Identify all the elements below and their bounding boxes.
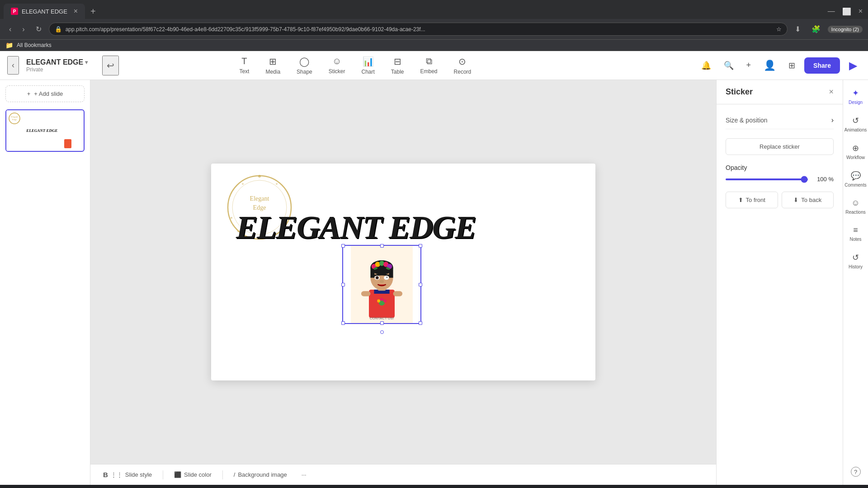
side-icon-notes[interactable]: ≡ Notes	[844, 221, 868, 246]
to-front-button[interactable]: ⬆ To front	[726, 192, 778, 208]
add-slide-icon: +	[27, 90, 31, 97]
history-icon: ↺	[852, 253, 859, 263]
to-back-button[interactable]: ⬇ To back	[782, 192, 834, 208]
handle-bottom-left[interactable]	[341, 321, 345, 325]
handle-bottom-center[interactable]	[380, 321, 384, 325]
minimize-button[interactable]: —	[826, 5, 837, 17]
media-tool-label: Media	[265, 69, 280, 75]
background-image-button[interactable]: / Background image	[230, 469, 291, 480]
new-tab-button[interactable]: +	[87, 5, 99, 19]
back-nav-button[interactable]: ‹	[5, 23, 15, 35]
comments-label: Comments	[844, 183, 866, 188]
side-icon-design[interactable]: ✦ Design	[844, 84, 868, 109]
bottom-sep-1	[163, 470, 163, 479]
slide-color-icon: ⬛	[174, 471, 181, 478]
replace-sticker-button[interactable]: Replace sticker	[726, 138, 834, 155]
tool-shape[interactable]: ◯ Shape	[289, 52, 320, 79]
shape-tool-icon: ◯	[299, 56, 309, 67]
download-icon[interactable]: ⬇	[791, 23, 804, 35]
tool-embed[interactable]: ⧉ Embed	[413, 52, 445, 79]
layer-section: ⬆ To front ⬇ To back	[726, 192, 834, 208]
tool-record[interactable]: ⊙ Record	[447, 52, 479, 79]
tool-chart[interactable]: 📊 Chart	[354, 52, 382, 79]
lock-icon: 🔒	[55, 26, 62, 33]
all-bookmarks-label[interactable]: All Bookmarks	[17, 42, 52, 48]
bottom-more-button[interactable]: ···	[298, 469, 310, 480]
side-icon-help[interactable]: ?	[844, 462, 868, 481]
tool-table[interactable]: ⊟ Table	[384, 52, 411, 79]
comments-icon: 💬	[851, 171, 861, 181]
svg-point-41	[387, 277, 387, 277]
svg-text:Elegant: Elegant	[11, 116, 18, 118]
add-slide-label: + Add slide	[34, 90, 63, 97]
tool-sticker[interactable]: ☺ Sticker	[321, 52, 353, 79]
maximize-button[interactable]: ⬜	[840, 5, 853, 18]
side-icon-comments[interactable]: 💬 Comments	[844, 166, 868, 192]
slide-style-dots: ⋮⋮	[111, 471, 123, 478]
bookmark-star-icon[interactable]: ☆	[776, 26, 782, 33]
text-tool-label: Text	[239, 68, 249, 75]
undo-button[interactable]: ↩	[102, 56, 119, 75]
slide-thumbnail-1[interactable]: Elegant Edge ELEGANT EDGE	[5, 109, 85, 152]
project-name-text: ELEGANT EDGE	[26, 58, 83, 66]
table-tool-label: Table	[391, 69, 404, 75]
side-icon-workflow[interactable]: ⊕ Workflow	[844, 139, 868, 164]
grid-view-button[interactable]: ⊞	[785, 57, 799, 74]
url-bar[interactable]: 🔒 app.pitch.com/app/presentation/58f67c2…	[49, 23, 788, 36]
header-right: 🔔 🔍 + 👤 ⊞ Share ▶	[698, 56, 861, 75]
tool-media[interactable]: ⊞ Media	[258, 52, 288, 79]
size-position-label: Size & position	[726, 117, 768, 124]
back-to-projects-button[interactable]: ‹	[7, 56, 19, 75]
dropdown-chevron-icon[interactable]: ▾	[85, 59, 88, 66]
add-button[interactable]: +	[743, 57, 755, 74]
refresh-button[interactable]: ↻	[32, 23, 45, 35]
tab-close-icon[interactable]: ×	[74, 7, 78, 15]
forward-nav-button[interactable]: ›	[19, 23, 28, 35]
to-back-label: To back	[801, 197, 821, 203]
notifications-button[interactable]: 🔔	[698, 57, 715, 74]
browser-window: P ELEGANT EDGE × + — ⬜ × ‹ › ↻ 🔒 app.pit…	[0, 0, 868, 51]
bottom-more-icon: ···	[302, 471, 307, 478]
close-window-button[interactable]: ×	[857, 5, 864, 17]
side-icon-animations[interactable]: ↺ Animations	[844, 111, 868, 137]
svg-point-37	[376, 276, 379, 279]
opacity-slider[interactable]	[726, 178, 808, 180]
sticker-image: CONTACT US!	[343, 246, 420, 323]
panel-close-button[interactable]: ×	[829, 87, 834, 97]
reactions-label: Reactions	[845, 210, 865, 215]
side-icon-history[interactable]: ↺ History	[844, 248, 868, 274]
handle-top-right[interactable]	[419, 244, 422, 248]
canvas-area: ↻ Replace ···	[90, 80, 716, 485]
tool-text[interactable]: T Text	[232, 52, 256, 79]
avatar-button[interactable]: 👤	[760, 56, 779, 75]
active-tab[interactable]: P ELEGANT EDGE ×	[4, 4, 85, 19]
handle-middle-left[interactable]	[341, 283, 345, 286]
sticker-panel: Sticker × Size & position › Replace stic…	[716, 80, 843, 485]
share-button[interactable]: Share	[804, 57, 840, 74]
handle-top-center[interactable]	[380, 244, 384, 248]
design-icon: ✦	[852, 88, 859, 98]
main-content: + + Add slide 1 Elegant Edge	[0, 80, 868, 485]
handle-top-left[interactable]	[341, 244, 345, 248]
handle-middle-right[interactable]	[419, 283, 422, 286]
slide-style-button[interactable]: B ⋮⋮ Slide style	[99, 469, 156, 480]
project-status-text: Private	[26, 66, 88, 73]
panel-title: Sticker	[726, 87, 753, 97]
play-button[interactable]: ▶	[845, 56, 861, 75]
slide-color-button[interactable]: ⬛ Slide color	[170, 469, 215, 480]
size-position-header[interactable]: Size & position ›	[726, 112, 834, 129]
side-icon-reactions[interactable]: ☺ Reactions	[844, 194, 868, 219]
handle-rotate[interactable]	[380, 330, 384, 334]
add-slide-button[interactable]: + + Add slide	[5, 85, 85, 102]
text-tool-icon: T	[241, 56, 247, 66]
opacity-label: Opacity	[726, 164, 834, 171]
slide-canvas[interactable]: ↻ Replace ···	[211, 164, 595, 380]
handle-bottom-right[interactable]	[419, 321, 422, 325]
app-container: ‹ ELEGANT EDGE ▾ Private ↩ T Text ⊞ Medi…	[0, 51, 868, 485]
tab-title: ELEGANT EDGE	[22, 8, 67, 15]
opacity-row: 100 %	[726, 176, 834, 183]
extensions-icon[interactable]: 🧩	[808, 23, 824, 35]
svg-rect-23	[393, 291, 403, 296]
sticker-selection[interactable]: CONTACT US!	[342, 245, 421, 324]
search-button[interactable]: 🔍	[720, 57, 737, 74]
